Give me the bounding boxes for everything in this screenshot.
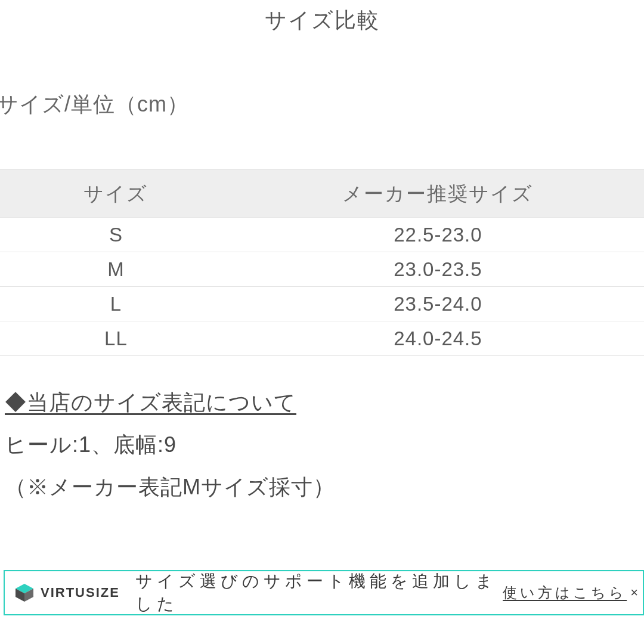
cell-size: S — [0, 218, 232, 252]
col-header-recommended: メーカー推奨サイズ — [232, 170, 644, 218]
page-title: サイズ比較 — [0, 0, 644, 35]
cell-range: 23.5-24.0 — [232, 287, 644, 321]
notation-heading: ◆当店のサイズ表記について — [5, 388, 644, 417]
notation-line: ヒール:1、底幅:9 — [5, 431, 644, 460]
cell-range: 23.0-23.5 — [232, 252, 644, 287]
virtusize-icon — [14, 583, 35, 603]
virtusize-banner[interactable]: VIRTUSIZE サイズ選びのサポート機能を追加しました 使い方はこちら × — [4, 570, 644, 615]
cell-size: M — [0, 252, 232, 287]
size-table: サイズ メーカー推奨サイズ S 22.5-23.0 M 23.0-23.5 L … — [0, 169, 644, 356]
table-row: M 23.0-23.5 — [0, 252, 644, 287]
cell-size: L — [0, 287, 232, 321]
banner-link[interactable]: 使い方はこちら — [503, 583, 627, 602]
table-row: L 23.5-24.0 — [0, 287, 644, 321]
table-row: S 22.5-23.0 — [0, 218, 644, 252]
virtusize-brand: VIRTUSIZE — [41, 585, 120, 600]
notation-note: （※メーカー表記Mサイズ採寸） — [5, 473, 644, 502]
col-header-size: サイズ — [0, 170, 232, 218]
virtusize-logo: VIRTUSIZE — [14, 583, 120, 603]
cell-size: LL — [0, 321, 232, 356]
cell-range: 24.0-24.5 — [232, 321, 644, 356]
table-header-row: サイズ メーカー推奨サイズ — [0, 170, 644, 218]
cell-range: 22.5-23.0 — [232, 218, 644, 252]
unit-label: サイズ/単位（cm） — [0, 90, 644, 119]
table-row: LL 24.0-24.5 — [0, 321, 644, 356]
banner-text: サイズ選びのサポート機能を追加しました — [135, 570, 503, 615]
close-icon[interactable]: × — [630, 585, 638, 600]
